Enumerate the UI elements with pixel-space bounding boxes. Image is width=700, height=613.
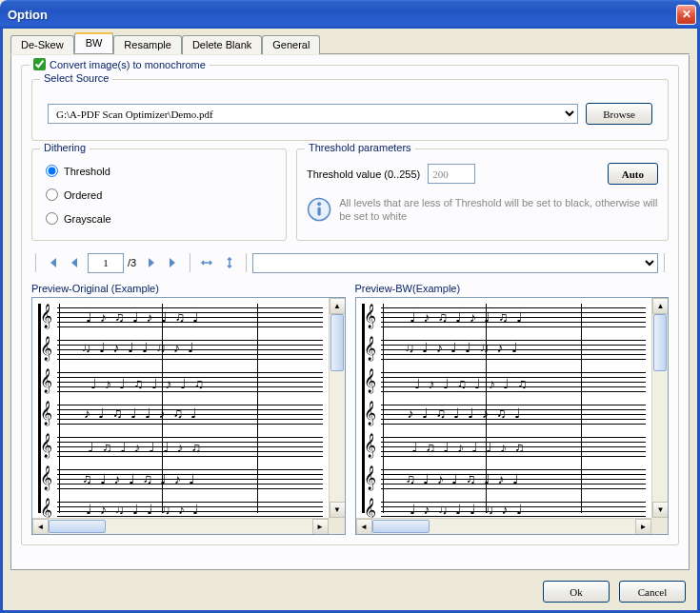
title-bar: Option ✕ xyxy=(0,0,700,29)
source-group: Select Source G:\A-PDF Scan Optimizer\De… xyxy=(31,79,669,141)
tab-deskew[interactable]: De-Skew xyxy=(10,35,74,54)
preview-orig-vscroll[interactable]: ▲▼ xyxy=(329,298,345,518)
info-icon xyxy=(307,194,331,225)
radio-ordered[interactable] xyxy=(46,188,58,201)
preview-orig-box: ♩♪♫♩♪♩♫♩ ♫♩♪♩♩♫♪♩ ♩♪♩♫♩♪♩♫ ♪♩♫♩♩♪♫♩ ♩♫♩♪… xyxy=(31,297,346,535)
page-total: /3 xyxy=(126,257,138,268)
tab-delete-blank[interactable]: Delete Blank xyxy=(182,35,262,54)
cancel-button[interactable]: Cancel xyxy=(619,581,686,603)
dithering-title: Dithering xyxy=(40,142,90,153)
zoom-select[interactable] xyxy=(252,253,658,273)
threshold-input[interactable] xyxy=(428,164,475,184)
convert-checkbox[interactable] xyxy=(33,58,46,70)
ok-button[interactable]: Ok xyxy=(543,581,610,603)
preview-bw-vscroll[interactable]: ▲▼ xyxy=(651,298,668,518)
fit-width-button[interactable] xyxy=(196,252,217,273)
preview-bw-hscroll[interactable]: ◄► xyxy=(356,518,652,534)
first-page-button[interactable] xyxy=(42,252,63,273)
dithering-group: Dithering Threshold Ordered Grayscale xyxy=(31,148,287,241)
tab-resample[interactable]: Resample xyxy=(113,35,182,54)
threshold-title: Threshold parameters xyxy=(305,142,415,153)
last-page-button[interactable] xyxy=(163,252,184,273)
tab-strip: De-Skew BW Resample Delete Blank General xyxy=(10,34,690,54)
threshold-group: Threshold parameters Threshold value (0.… xyxy=(296,148,669,241)
fit-height-button[interactable] xyxy=(219,252,240,273)
browse-button[interactable]: Browse xyxy=(586,103,652,125)
source-title: Select Source xyxy=(40,72,112,84)
window-title: Option xyxy=(4,8,676,22)
radio-grayscale[interactable] xyxy=(46,212,58,225)
convert-label: Convert image(s) to monochrome xyxy=(50,59,206,70)
page-input[interactable] xyxy=(88,253,124,273)
tab-general[interactable]: General xyxy=(262,35,320,54)
prev-page-button[interactable] xyxy=(65,252,86,273)
preview-bw-label: Preview-BW(Example) xyxy=(355,283,670,294)
preview-orig-hscroll[interactable]: ◄► xyxy=(32,518,329,534)
preview-orig-label: Preview-Original (Example) xyxy=(31,283,346,294)
auto-button[interactable]: Auto xyxy=(608,163,658,185)
convert-group: Convert image(s) to monochrome Select So… xyxy=(21,65,679,545)
next-page-button[interactable] xyxy=(140,252,161,273)
svg-point-2 xyxy=(317,202,321,206)
close-button[interactable]: ✕ xyxy=(676,5,696,25)
tab-bw[interactable]: BW xyxy=(74,32,114,53)
threshold-info: All levels that are less of Threshold wi… xyxy=(339,196,658,224)
tab-panel: Convert image(s) to monochrome Select So… xyxy=(10,55,690,570)
nav-toolbar: /3 xyxy=(31,248,669,277)
source-select[interactable]: G:\A-PDF Scan Optimizer\Demo.pdf xyxy=(48,104,578,124)
svg-rect-1 xyxy=(317,208,320,216)
preview-bw-box: ♩♪♫♩♪♩♫♩ ♫♩♪♩♩♫♪♩ ♩♪♩♫♩♪♩♫ ♪♩♫♩♩♪♫♩ ♩♫♩♪… xyxy=(355,297,670,535)
threshold-label: Threshold value (0..255) xyxy=(307,168,420,180)
radio-threshold[interactable] xyxy=(46,165,58,177)
